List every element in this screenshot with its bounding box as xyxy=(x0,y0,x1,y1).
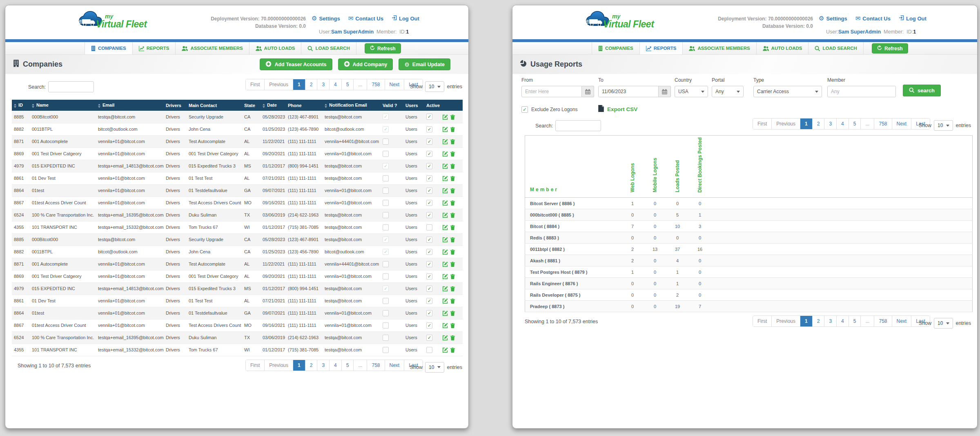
edit-icon[interactable] xyxy=(443,176,448,181)
search-button[interactable]: search xyxy=(903,85,941,96)
active-checkbox[interactable] xyxy=(426,224,432,230)
page-first-button[interactable]: First xyxy=(246,360,265,371)
active-checkbox[interactable]: ✓ xyxy=(426,175,432,181)
edit-icon[interactable] xyxy=(443,163,448,169)
delete-icon[interactable] xyxy=(450,286,455,291)
search-input[interactable] xyxy=(555,120,601,131)
delete-icon[interactable] xyxy=(450,176,455,181)
edit-icon[interactable] xyxy=(443,127,448,132)
active-checkbox[interactable]: ✓ xyxy=(426,200,432,206)
drivers-link[interactable]: Drivers xyxy=(164,135,187,148)
users-link[interactable]: Users xyxy=(403,270,424,282)
drivers-link[interactable]: Drivers xyxy=(164,295,187,307)
active-checkbox[interactable]: ✓ xyxy=(426,237,432,243)
users-link[interactable]: Users xyxy=(403,307,424,319)
page-758-button[interactable]: 758 xyxy=(367,360,385,371)
drivers-link[interactable]: Drivers xyxy=(164,209,187,221)
page-next-button[interactable]: Next xyxy=(385,360,405,371)
active-checkbox[interactable]: ✓ xyxy=(426,114,432,120)
users-link[interactable]: Users xyxy=(403,246,424,258)
nav-item-associate-members[interactable]: ASSOCIATE MEMBERS xyxy=(175,42,249,54)
valid-checkbox[interactable] xyxy=(383,175,389,181)
delete-icon[interactable] xyxy=(450,225,455,230)
column-header-id[interactable]: ID xyxy=(12,100,30,111)
valid-checkbox[interactable] xyxy=(383,310,389,316)
page-5-button[interactable]: 5 xyxy=(342,360,354,371)
valid-checkbox[interactable] xyxy=(383,139,389,145)
column-header-email[interactable]: Email xyxy=(96,100,164,111)
active-checkbox[interactable]: ✓ xyxy=(426,163,432,169)
delete-icon[interactable] xyxy=(450,212,455,218)
nav-item-load-search[interactable]: LOAD SEARCH xyxy=(808,42,863,54)
calendar-icon[interactable] xyxy=(659,86,671,97)
page-758-button[interactable]: 758 xyxy=(874,119,892,129)
refresh-button[interactable]: Refresh xyxy=(365,43,401,54)
page-previous-button[interactable]: Previous xyxy=(265,360,293,371)
to-date-input[interactable] xyxy=(598,86,659,97)
nav-item-auto-loads[interactable]: AUTO LOADS xyxy=(756,42,808,54)
edit-icon[interactable] xyxy=(443,225,448,230)
edit-icon[interactable] xyxy=(443,212,448,218)
page-4-button[interactable]: 4 xyxy=(330,79,342,90)
valid-checkbox[interactable]: ✓ xyxy=(383,237,389,243)
delete-icon[interactable] xyxy=(450,262,455,267)
edit-icon[interactable] xyxy=(443,151,448,157)
valid-checkbox[interactable] xyxy=(383,298,389,304)
delete-icon[interactable] xyxy=(450,323,455,328)
valid-checkbox[interactable]: ✓ xyxy=(383,286,389,292)
nav-item-reports[interactable]: REPORTS xyxy=(132,42,176,54)
active-checkbox[interactable]: ✓ xyxy=(426,298,432,304)
page-3-button[interactable]: 3 xyxy=(317,79,330,90)
drivers-link[interactable]: Drivers xyxy=(164,160,187,172)
active-checkbox[interactable]: ✓ xyxy=(426,249,432,255)
active-checkbox[interactable]: ✓ xyxy=(426,335,432,341)
exclude-zero-logons-checkbox[interactable]: ✓Exclude Zero Logons xyxy=(521,106,577,113)
users-link[interactable]: Users xyxy=(403,344,424,356)
edit-icon[interactable] xyxy=(443,298,448,304)
edit-icon[interactable] xyxy=(443,237,448,242)
valid-checkbox[interactable] xyxy=(383,261,389,267)
active-checkbox[interactable]: ✓ xyxy=(426,151,432,157)
drivers-link[interactable]: Drivers xyxy=(164,282,187,295)
users-link[interactable]: Users xyxy=(403,282,424,295)
drivers-link[interactable]: Drivers xyxy=(164,184,187,197)
settings-link[interactable]: ⚙Settings xyxy=(819,15,847,22)
page-758-button[interactable]: 758 xyxy=(367,79,385,90)
page-previous-button[interactable]: Previous xyxy=(772,316,800,326)
delete-icon[interactable] xyxy=(450,237,455,242)
page-previous-button[interactable]: Previous xyxy=(772,119,800,129)
page-2-button[interactable]: 2 xyxy=(813,119,825,129)
page-3-button[interactable]: 3 xyxy=(824,119,837,129)
edit-icon[interactable] xyxy=(443,139,448,144)
active-checkbox[interactable]: ✓ xyxy=(426,188,432,194)
from-date-input[interactable] xyxy=(521,86,582,97)
delete-icon[interactable] xyxy=(450,188,455,193)
page-2-button[interactable]: 2 xyxy=(305,360,318,371)
valid-checkbox[interactable] xyxy=(383,322,389,329)
delete-icon[interactable] xyxy=(450,127,455,132)
delete-icon[interactable] xyxy=(450,139,455,144)
page-4-button[interactable]: 4 xyxy=(330,360,342,371)
delete-icon[interactable] xyxy=(450,347,455,353)
drivers-link[interactable]: Drivers xyxy=(164,197,187,209)
users-link[interactable]: Users xyxy=(403,258,424,270)
page-next-button[interactable]: Next xyxy=(892,316,912,326)
valid-checkbox[interactable] xyxy=(383,335,389,341)
users-link[interactable]: Users xyxy=(403,233,424,246)
nav-item-load-search[interactable]: LOAD SEARCH xyxy=(301,42,356,54)
drivers-link[interactable]: Drivers xyxy=(164,148,187,160)
page-first-button[interactable]: First xyxy=(753,119,772,129)
valid-checkbox[interactable] xyxy=(383,212,389,218)
edit-icon[interactable] xyxy=(443,188,448,193)
search-input[interactable] xyxy=(48,81,94,92)
drivers-link[interactable]: Drivers xyxy=(164,123,187,135)
active-checkbox[interactable]: ✓ xyxy=(426,286,432,292)
valid-checkbox[interactable] xyxy=(383,224,389,230)
users-link[interactable]: Users xyxy=(403,184,424,197)
users-link[interactable]: Users xyxy=(403,160,424,172)
delete-icon[interactable] xyxy=(450,274,455,279)
page-1-button[interactable]: 1 xyxy=(800,119,813,129)
valid-checkbox[interactable] xyxy=(383,200,389,206)
export-csv-link[interactable]: Export CSV xyxy=(598,105,637,113)
active-checkbox[interactable] xyxy=(426,347,432,353)
